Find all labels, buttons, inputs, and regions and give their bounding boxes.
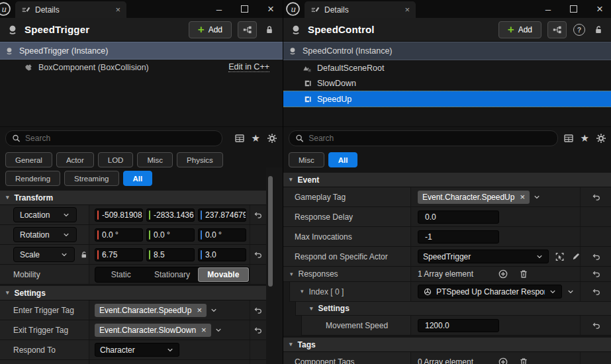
add-array-element-icon[interactable] [498,357,508,364]
tree-row-speedcontrol-instance[interactable]: SpeedControl (Instance) [283,42,611,60]
caret-down-icon[interactable]: ▾ [290,271,293,277]
search-box[interactable] [5,130,222,146]
tree-row-speedtrigger-instance[interactable]: SpeedTrigger (Instance) [0,42,283,60]
add-button[interactable]: + Add [498,21,541,38]
help-button[interactable]: ? [573,24,586,36]
remove-tag-icon[interactable]: × [201,326,207,334]
chevron-down-icon[interactable] [214,326,222,334]
chevron-down-icon[interactable] [210,306,218,314]
minimize-icon[interactable]: – [545,4,551,14]
chevron-down-icon[interactable] [533,193,541,201]
scale-x-input[interactable]: 6.75 [95,248,143,261]
rotation-dropdown[interactable]: Rotation [13,227,77,242]
search-input[interactable] [308,134,551,143]
maximize-icon[interactable] [570,5,577,13]
response-class-dropdown[interactable]: PTSpeed Up Character Response [418,285,562,298]
location-x-input[interactable]: -509.81908 [95,208,143,222]
scrollbar-thumb[interactable] [268,176,273,287]
location-z-input[interactable]: 237.874679 [198,208,246,222]
section-tags[interactable]: ▾ Tags [283,338,611,352]
scale-lock-open-icon[interactable] [79,250,89,259]
add-array-element-icon[interactable] [498,269,508,279]
delete-array-icon[interactable] [518,269,529,279]
tab-details[interactable]: Details × [305,1,416,18]
revert-icon[interactable] [592,269,601,279]
display-filter-icon[interactable] [563,133,574,144]
remove-tag-icon[interactable]: × [520,193,525,201]
settings-gear-icon[interactable] [596,133,606,144]
open-blueprint-button[interactable] [547,21,567,38]
eyedropper-icon[interactable] [571,252,580,261]
lock-button[interactable] [592,24,605,35]
close-icon[interactable]: × [596,3,603,15]
subsection-settings[interactable]: ▾ Settings [283,302,611,316]
revert-icon[interactable] [592,193,601,202]
scale-z-input[interactable]: 3.0 [198,248,246,261]
tab-close-icon[interactable]: × [404,5,410,14]
rotation-x-input[interactable]: 0.0 ° [95,228,143,242]
maximize-icon[interactable] [241,5,248,13]
favorites-star-icon[interactable]: ★ [581,133,589,143]
exit-tag-chip[interactable]: Event.Character.SlowDown × [95,324,211,337]
close-icon[interactable]: × [267,3,274,15]
tree-row-speedup[interactable]: SpeedUp [283,91,611,107]
section-transform[interactable]: ▾ Transform [0,191,266,205]
tree-row-boxcomponent[interactable]: BoxComponent (BoxCollision) Edit in C++ [0,60,283,75]
lock-button[interactable] [263,24,276,35]
mobility-option-movable[interactable]: Movable [198,267,249,282]
revert-icon[interactable] [254,250,263,259]
search-input[interactable] [25,134,216,143]
settings-gear-icon[interactable] [267,133,277,144]
open-blueprint-button[interactable] [238,21,257,38]
tree-row-defaultsceneroot[interactable]: DefaultSceneRoot [283,60,611,75]
tab-details[interactable]: Details × [15,1,126,18]
filter-chip-misc[interactable]: Misc [289,152,324,167]
filter-chip-streaming[interactable]: Streaming [64,171,118,186]
max-invocations-input[interactable]: -1 [418,230,499,244]
expand-chevron-icon[interactable] [567,288,575,296]
mobility-option-stationary[interactable]: Stationary [146,267,197,282]
revert-icon[interactable] [592,252,601,261]
rotation-y-input[interactable]: 0.0 ° [146,228,195,242]
tab-close-icon[interactable]: × [115,5,120,14]
gameplay-tag-chip[interactable]: Event.Character.SpeedUp × [418,191,530,204]
filter-chip-rendering[interactable]: Rendering [5,171,60,186]
delete-array-icon[interactable] [518,357,529,364]
search-box[interactable] [289,130,558,146]
filter-chip-misc[interactable]: Misc [137,152,173,167]
filter-chip-actor[interactable]: Actor [56,152,94,167]
display-filter-icon[interactable] [234,133,245,144]
scrollbar-track[interactable] [266,167,283,364]
section-event[interactable]: ▾ Event [283,173,611,187]
favorites-star-icon[interactable]: ★ [252,133,260,143]
enter-tag-chip[interactable]: Event.Character.SpeedUp × [95,304,207,317]
filter-chip-all[interactable]: All [328,152,358,167]
filter-chip-all[interactable]: All [123,171,153,186]
mobility-option-static[interactable]: Static [95,267,146,282]
rotation-z-input[interactable]: 0.0 ° [198,228,246,242]
revert-icon[interactable] [254,210,263,220]
revert-icon[interactable] [254,306,263,315]
revert-icon[interactable] [592,287,601,296]
location-dropdown[interactable]: Location [13,207,77,222]
edit-in-cpp-link[interactable]: Edit in C++ [228,62,269,72]
filter-chip-physics[interactable]: Physics [177,152,223,167]
movement-speed-input[interactable]: 1200.0 [418,319,499,332]
pick-actor-icon[interactable] [555,251,565,262]
respond-actor-dropdown[interactable]: SpeedTrigger [418,250,549,263]
filter-chip-lod[interactable]: LOD [98,152,134,167]
location-y-input[interactable]: -2833.14366 [146,208,195,222]
minimize-icon[interactable]: – [216,4,222,14]
scale-dropdown[interactable]: Scale [13,247,75,262]
tree-row-slowdown[interactable]: SlowDown [283,75,611,91]
revert-icon[interactable] [254,326,263,335]
respond-to-dropdown[interactable]: Character [95,343,179,357]
scale-y-input[interactable]: 8.5 [146,248,195,261]
revert-icon[interactable] [592,321,601,330]
remove-tag-icon[interactable]: × [197,306,202,314]
filter-chip-general[interactable]: General [5,152,52,167]
response-delay-input[interactable]: 0.0 [418,210,499,224]
add-button[interactable]: + Add [189,21,232,38]
caret-down-icon[interactable]: ▾ [301,289,304,295]
section-settings[interactable]: ▾ Settings [0,286,266,300]
